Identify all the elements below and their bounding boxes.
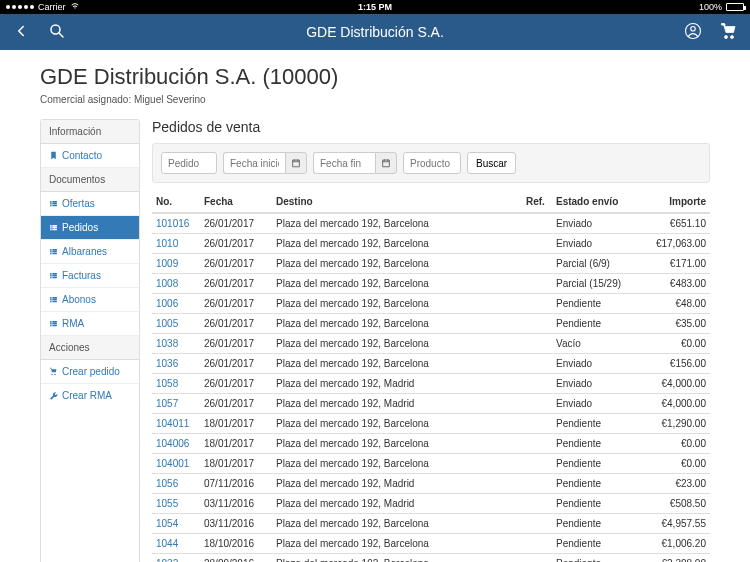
cell-destino: Plaza del mercado 192, Barcelona — [272, 534, 522, 554]
cart-icon — [49, 367, 58, 376]
filter-producto-input[interactable] — [403, 152, 461, 174]
sidebar-header: Acciones — [41, 336, 139, 360]
sidebar-item-label: Albaranes — [62, 246, 107, 257]
list-icon — [49, 247, 58, 256]
cell-destino: Plaza del mercado 192, Barcelona — [272, 213, 522, 234]
cell-importe: €0.00 — [640, 334, 710, 354]
cell-ref — [522, 374, 552, 394]
cell-destino: Plaza del mercado 192, Barcelona — [272, 354, 522, 374]
order-link[interactable]: 1009 — [156, 258, 178, 269]
order-link[interactable]: 1055 — [156, 498, 178, 509]
filter-fecha-inicio-input[interactable] — [223, 152, 285, 174]
cell-destino: Plaza del mercado 192, Barcelona — [272, 294, 522, 314]
user-icon[interactable] — [684, 22, 702, 43]
order-link[interactable]: 1038 — [156, 338, 178, 349]
cell-fecha: 26/01/2017 — [200, 314, 272, 334]
cell-no: 104001 — [152, 454, 200, 474]
sidebar-item-crear-pedido[interactable]: Crear pedido — [41, 360, 139, 384]
search-icon[interactable] — [48, 22, 66, 43]
table-row: 10401118/01/2017Plaza del mercado 192, B… — [152, 414, 710, 434]
cell-importe: €4,957.55 — [640, 514, 710, 534]
cell-estado: Enviado — [552, 234, 640, 254]
order-link[interactable]: 104001 — [156, 458, 189, 469]
cell-importe: €483.00 — [640, 274, 710, 294]
sidebar-item-ofertas[interactable]: Ofertas — [41, 192, 139, 216]
sidebar-item-crear-rma[interactable]: Crear RMA — [41, 384, 139, 407]
order-link[interactable]: 1006 — [156, 298, 178, 309]
cell-ref — [522, 514, 552, 534]
cell-destino: Plaza del mercado 192, Madrid — [272, 474, 522, 494]
col-importe: Importe — [640, 191, 710, 213]
sidebar: InformaciónContactoDocumentosOfertasPedi… — [40, 119, 140, 562]
sidebar-item-abonos[interactable]: Abonos — [41, 288, 139, 312]
col-no: No. — [152, 191, 200, 213]
cell-importe: €0.00 — [640, 454, 710, 474]
order-link[interactable]: 1008 — [156, 278, 178, 289]
cell-importe: €1,290.00 — [640, 414, 710, 434]
cell-estado: Vacío — [552, 334, 640, 354]
cell-ref — [522, 254, 552, 274]
cell-ref — [522, 554, 552, 563]
list-icon — [49, 223, 58, 232]
table-row: 105503/11/2016Plaza del mercado 192, Mad… — [152, 494, 710, 514]
table-row: 105726/01/2017Plaza del mercado 192, Mad… — [152, 394, 710, 414]
cell-estado: Pendiente — [552, 314, 640, 334]
cell-ref — [522, 354, 552, 374]
sidebar-item-pedidos[interactable]: Pedidos — [41, 216, 139, 240]
col-fecha: Fecha — [200, 191, 272, 213]
cell-fecha: 26/01/2017 — [200, 254, 272, 274]
cell-ref — [522, 213, 552, 234]
order-link[interactable]: 1058 — [156, 378, 178, 389]
cell-ref — [522, 294, 552, 314]
order-link[interactable]: 1036 — [156, 358, 178, 369]
sidebar-item-label: Abonos — [62, 294, 96, 305]
cell-ref — [522, 434, 552, 454]
table-row: 103228/09/2016Plaza del mercado 192, Bar… — [152, 554, 710, 563]
cell-destino: Plaza del mercado 192, Barcelona — [272, 314, 522, 334]
order-link[interactable]: 1044 — [156, 538, 178, 549]
cell-ref — [522, 454, 552, 474]
sidebar-item-albaranes[interactable]: Albaranes — [41, 240, 139, 264]
cell-no: 1008 — [152, 274, 200, 294]
cell-destino: Plaza del mercado 192, Barcelona — [272, 414, 522, 434]
cell-fecha: 07/11/2016 — [200, 474, 272, 494]
list-icon — [49, 295, 58, 304]
cell-no: 1006 — [152, 294, 200, 314]
cell-no: 101016 — [152, 213, 200, 234]
filter-pedido-input[interactable] — [161, 152, 217, 174]
order-link[interactable]: 1032 — [156, 558, 178, 562]
order-link[interactable]: 1057 — [156, 398, 178, 409]
sidebar-item-rma[interactable]: RMA — [41, 312, 139, 336]
order-link[interactable]: 1056 — [156, 478, 178, 489]
order-link[interactable]: 104011 — [156, 418, 189, 429]
table-row: 10400118/01/2017Plaza del mercado 192, B… — [152, 454, 710, 474]
cell-destino: Plaza del mercado 192, Barcelona — [272, 234, 522, 254]
cell-estado: Enviado — [552, 213, 640, 234]
order-link[interactable]: 104006 — [156, 438, 189, 449]
table-row: 105607/11/2016Plaza del mercado 192, Mad… — [152, 474, 710, 494]
table-row: 101026/01/2017Plaza del mercado 192, Bar… — [152, 234, 710, 254]
cell-fecha: 26/01/2017 — [200, 394, 272, 414]
sidebar-item-label: Ofertas — [62, 198, 95, 209]
cell-no: 1010 — [152, 234, 200, 254]
order-link[interactable]: 1054 — [156, 518, 178, 529]
table-row: 100826/01/2017Plaza del mercado 192, Bar… — [152, 274, 710, 294]
cell-fecha: 28/09/2016 — [200, 554, 272, 563]
cart-icon[interactable] — [720, 22, 738, 43]
table-row: 105403/11/2016Plaza del mercado 192, Bar… — [152, 514, 710, 534]
order-link[interactable]: 1010 — [156, 238, 178, 249]
order-link[interactable]: 1005 — [156, 318, 178, 329]
cell-fecha: 18/01/2017 — [200, 434, 272, 454]
cell-destino: Plaza del mercado 192, Barcelona — [272, 554, 522, 563]
sidebar-item-contacto[interactable]: Contacto — [41, 144, 139, 168]
search-button[interactable]: Buscar — [467, 152, 516, 174]
sidebar-item-facturas[interactable]: Facturas — [41, 264, 139, 288]
back-button[interactable] — [12, 22, 30, 43]
filter-fecha-fin-input[interactable] — [313, 152, 375, 174]
cell-estado: Enviado — [552, 354, 640, 374]
cell-fecha: 03/11/2016 — [200, 514, 272, 534]
order-link[interactable]: 101016 — [156, 218, 189, 229]
cell-no: 1055 — [152, 494, 200, 514]
calendar-icon[interactable] — [285, 152, 307, 174]
calendar-icon[interactable] — [375, 152, 397, 174]
